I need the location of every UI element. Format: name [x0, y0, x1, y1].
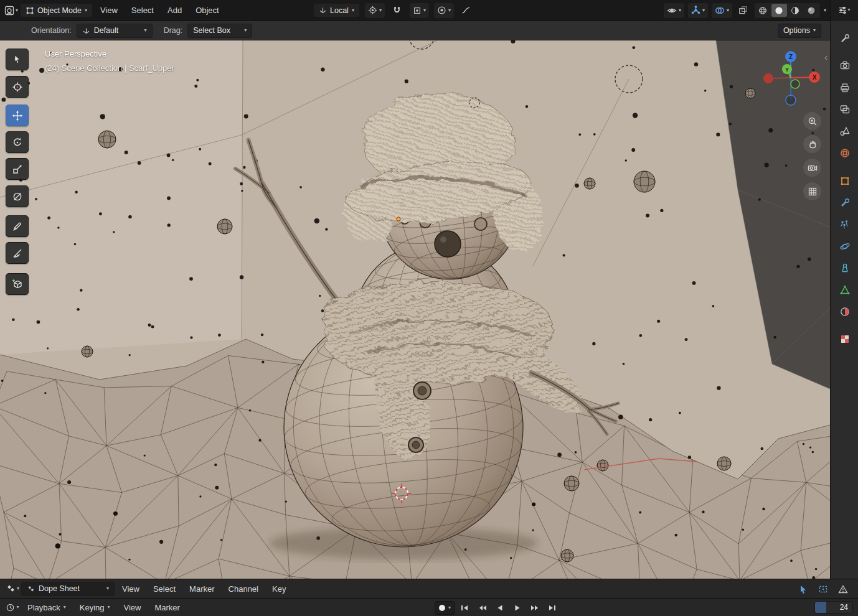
- tab-output[interactable]: [836, 78, 854, 96]
- options-dropdown[interactable]: Options ▾: [778, 24, 821, 38]
- menu-object[interactable]: Object: [189, 0, 225, 21]
- tab-render[interactable]: [836, 56, 854, 74]
- rendered-sphere-icon: [807, 6, 816, 15]
- play-reverse-button[interactable]: [492, 601, 507, 615]
- transform-orientation-dropdown[interactable]: Local ▾: [313, 3, 360, 17]
- caret-icon: ▾: [16, 8, 18, 13]
- drag-mode-dropdown[interactable]: Select Box ▾: [187, 24, 252, 38]
- jump-to-start-button[interactable]: [457, 601, 473, 615]
- mode-dropdown[interactable]: Object Mode ▾: [20, 3, 93, 17]
- dope-sheet-mode-dropdown[interactable]: Dope Sheet ▾: [21, 582, 115, 596]
- next-keyframe-button[interactable]: [527, 601, 542, 615]
- tab-view-layer[interactable]: [836, 100, 854, 118]
- tool-move-button[interactable]: [6, 105, 29, 126]
- only-selected-filter-button[interactable]: [796, 582, 811, 597]
- texture-checker-icon: [839, 334, 851, 345]
- tab-object-data[interactable]: [836, 281, 854, 299]
- tab-physics[interactable]: [836, 237, 854, 255]
- tab-texture[interactable]: [836, 330, 854, 348]
- timeline-menu-view[interactable]: View: [118, 599, 148, 616]
- particles-icon: [839, 219, 851, 230]
- sidebar-collapse-chevron[interactable]: ‹: [824, 52, 827, 62]
- snap-settings-dropdown[interactable]: ▾: [410, 3, 429, 18]
- dope-menu-marker[interactable]: Marker: [183, 579, 220, 598]
- camera-icon: [808, 163, 818, 173]
- shading-solid-button[interactable]: [771, 4, 787, 17]
- menu-select[interactable]: Select: [125, 0, 160, 21]
- gizmo-x-negative[interactable]: [763, 73, 773, 83]
- tool-annotate-button[interactable]: [6, 215, 29, 237]
- gizmos-dropdown[interactable]: ▾: [688, 3, 708, 18]
- play-button[interactable]: [509, 601, 525, 615]
- shading-wireframe-button[interactable]: [755, 4, 771, 17]
- toggle-ortho-button[interactable]: [803, 182, 821, 200]
- dope-sheet-icon: [6, 584, 16, 594]
- drag-label: Drag:: [164, 26, 183, 35]
- constraints-icon: [839, 263, 851, 274]
- gizmo-z-negative[interactable]: [786, 95, 796, 105]
- warning-indicator[interactable]: [836, 582, 851, 597]
- gizmo-y-negative[interactable]: [791, 80, 799, 88]
- auto-keying-button[interactable]: ▾: [435, 601, 455, 615]
- physics-icon: [839, 241, 851, 252]
- tab-constraints[interactable]: [836, 259, 854, 277]
- tab-object[interactable]: [836, 172, 854, 190]
- pan-button[interactable]: [803, 135, 821, 153]
- timeline-editor-type-button[interactable]: ▾: [5, 600, 20, 615]
- zoom-button[interactable]: [803, 112, 821, 130]
- tool-add-cube-button[interactable]: [6, 273, 29, 295]
- tab-material[interactable]: [836, 302, 854, 320]
- jump-to-end-button[interactable]: [544, 601, 560, 615]
- caret-icon: ▾: [352, 8, 354, 13]
- dope-menu-channel[interactable]: Channel: [222, 579, 265, 598]
- visibility-dropdown[interactable]: ▾: [664, 3, 684, 18]
- tool-scale-button[interactable]: [6, 158, 29, 180]
- navigation-gizmo[interactable]: Z Y X: [761, 48, 821, 108]
- tool-cursor-button[interactable]: [6, 76, 29, 98]
- cursor-3d-icon: [12, 82, 23, 93]
- shading-material-button[interactable]: [788, 4, 803, 17]
- dope-sheet-mode-icon: [27, 585, 35, 593]
- keying-menu[interactable]: Keying ▾: [73, 599, 116, 616]
- tab-modifiers[interactable]: [836, 194, 854, 212]
- tool-tweak-button[interactable]: [6, 49, 29, 70]
- zoom-icon: [808, 116, 818, 126]
- camera-view-button[interactable]: [803, 159, 821, 177]
- tab-world[interactable]: [836, 144, 854, 162]
- xray-toggle-button[interactable]: [736, 3, 751, 18]
- properties-editor-type-button[interactable]: ▾: [831, 0, 858, 21]
- caret-icon: ▾: [423, 8, 426, 13]
- menu-add[interactable]: Add: [161, 0, 188, 21]
- proportional-editing-dropdown[interactable]: ▾: [434, 3, 454, 18]
- viewport-header: ▾ Object Mode ▾ View Select Add Object L…: [0, 0, 830, 21]
- menu-view[interactable]: View: [94, 0, 124, 21]
- viewport-3d[interactable]: User Perspective (24) Scene Collection |…: [0, 40, 830, 579]
- tab-particles[interactable]: [836, 215, 854, 233]
- dope-menu-select[interactable]: Select: [147, 579, 182, 598]
- timeline-menu-marker[interactable]: Marker: [148, 599, 186, 616]
- previous-keyframe-button[interactable]: [474, 601, 490, 615]
- tool-transform-button[interactable]: [6, 185, 29, 207]
- tab-tool[interactable]: [836, 29, 854, 47]
- playback-menu[interactable]: Playback ▾: [21, 599, 72, 616]
- measure-icon: [12, 248, 23, 259]
- gizmo-icon: [691, 6, 700, 15]
- dope-menu-key[interactable]: Key: [266, 579, 292, 598]
- editor-type-button[interactable]: ▾: [4, 3, 19, 18]
- proportional-falloff-button[interactable]: [459, 3, 474, 18]
- dope-menu-view[interactable]: View: [116, 579, 146, 598]
- viewport-canvas[interactable]: [0, 40, 830, 579]
- tab-scene[interactable]: [836, 122, 854, 140]
- prev-keyframe-icon: [478, 604, 487, 612]
- tool-rotate-button[interactable]: [6, 131, 29, 153]
- dope-sheet-editor-type-button[interactable]: ▾: [5, 581, 20, 596]
- shading-rendered-button[interactable]: [804, 4, 819, 17]
- caret-icon: ▾: [847, 7, 850, 12]
- tool-measure-button[interactable]: [6, 242, 29, 264]
- current-frame-field[interactable]: 24: [814, 601, 853, 614]
- selection-sync-button[interactable]: [816, 582, 831, 597]
- snap-toggle-button[interactable]: [390, 3, 405, 18]
- orientation-default-dropdown[interactable]: Default ▾: [77, 24, 153, 38]
- overlays-dropdown[interactable]: ▾: [712, 3, 732, 18]
- pivot-point-dropdown[interactable]: ▾: [365, 3, 385, 18]
